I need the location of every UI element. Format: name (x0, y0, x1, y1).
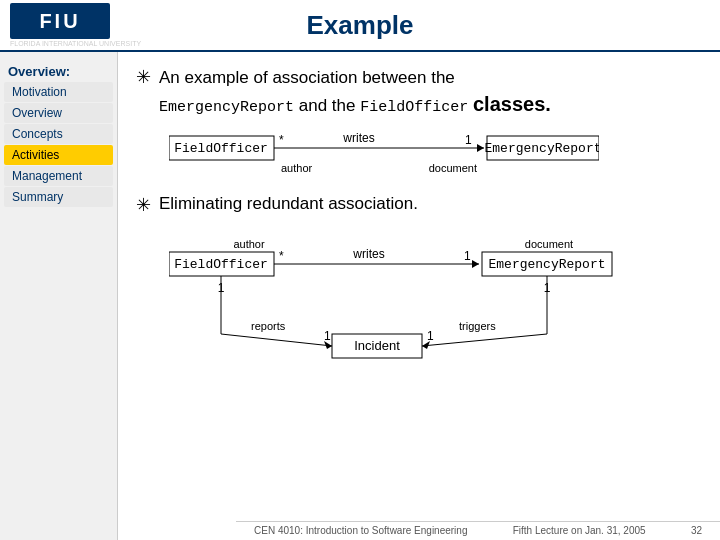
svg-marker-3 (477, 144, 484, 152)
main-layout: Overview: Motivation Overview Concepts A… (0, 52, 720, 540)
footer-center: Fifth Lecture on Jan. 31, 2005 (513, 525, 646, 536)
svg-text:1: 1 (465, 133, 472, 147)
svg-text:reports: reports (251, 320, 286, 332)
svg-text:FieldOfficer: FieldOfficer (174, 141, 268, 156)
page-footer: CEN 4010: Introduction to Software Engin… (236, 521, 720, 536)
svg-text:1: 1 (464, 249, 471, 263)
content-area: ✳ An example of association between the … (118, 52, 720, 540)
sidebar-item-overview[interactable]: Overview (4, 103, 113, 123)
svg-text:1: 1 (324, 329, 331, 343)
page-title: Example (307, 10, 414, 41)
svg-text:Incident: Incident (354, 338, 400, 353)
svg-text:FieldOfficer: FieldOfficer (174, 257, 268, 272)
svg-text:author: author (233, 238, 265, 250)
svg-line-30 (422, 334, 547, 346)
bullet-star-1: ✳ (136, 66, 151, 89)
svg-text:triggers: triggers (459, 320, 496, 332)
code-field: FieldOfficer (360, 99, 468, 116)
bullet-1-content: An example of association between the Em… (159, 66, 702, 182)
footer-page: 32 (691, 525, 702, 536)
text-suffix: classes. (473, 93, 551, 115)
sidebar-item-concepts[interactable]: Concepts (4, 124, 113, 144)
svg-text:author: author (281, 162, 313, 174)
svg-text:EmergencyReport: EmergencyReport (484, 141, 599, 156)
assoc-text: An example of association between the Em… (159, 66, 702, 118)
logo-area: FIU FLORIDA INTERNATIONAL UNIVERSITY (10, 3, 141, 47)
sidebar-item-motivation[interactable]: Motivation (4, 82, 113, 102)
sidebar: Overview: Motivation Overview Concepts A… (0, 52, 118, 540)
code-emergency: EmergencyReport (159, 99, 294, 116)
sidebar-section-label: Overview: (0, 60, 117, 81)
svg-text:1: 1 (427, 329, 434, 343)
footer-left: CEN 4010: Introduction to Software Engin… (254, 525, 467, 536)
sidebar-item-management[interactable]: Management (4, 166, 113, 186)
page-header: FIU FLORIDA INTERNATIONAL UNIVERSITY Exa… (0, 0, 720, 52)
sidebar-item-summary[interactable]: Summary (4, 187, 113, 207)
bullet-1: ✳ An example of association between the … (136, 66, 702, 182)
uml-diagram-2: EmergencyReport --> FieldOfficer author … (169, 222, 702, 377)
uml-diagram-1: FieldOfficer * writes 1 Emergenc (169, 124, 702, 182)
svg-text:document: document (525, 238, 573, 250)
svg-text:*: * (279, 133, 284, 147)
bullet-2: ✳ Eliminating redundant association. Eme… (136, 194, 702, 377)
uml-svg-1: FieldOfficer * writes 1 Emergenc (169, 124, 599, 182)
bullet-star-2: ✳ (136, 194, 151, 217)
text-mid: and the (299, 96, 356, 115)
bullet-2-content: Eliminating redundant association. Emerg… (159, 194, 702, 377)
svg-line-28 (221, 334, 332, 346)
svg-text:document: document (429, 162, 477, 174)
fiu-logo: FIU (10, 3, 110, 39)
uml-svg-2: EmergencyReport --> FieldOfficer author … (169, 222, 689, 377)
svg-marker-14 (472, 260, 479, 268)
svg-text:writes: writes (352, 247, 384, 261)
svg-text:*: * (279, 249, 284, 263)
svg-text:EmergencyReport: EmergencyReport (488, 257, 605, 272)
sidebar-item-activities[interactable]: Activities (4, 145, 113, 165)
text-prefix: An example of association between the (159, 68, 455, 87)
elim-text: Eliminating redundant association. (159, 194, 702, 214)
svg-text:writes: writes (342, 131, 374, 145)
